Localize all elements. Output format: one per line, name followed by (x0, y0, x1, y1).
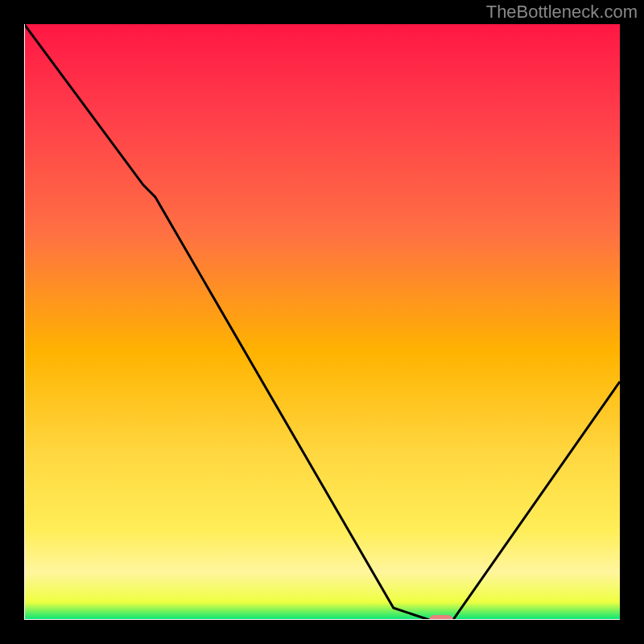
watermark-text: TheBottleneck.com (486, 2, 638, 23)
chart-container: TheBottleneck.com (0, 0, 644, 644)
gradient-background (24, 24, 620, 620)
chart-svg (24, 24, 620, 620)
